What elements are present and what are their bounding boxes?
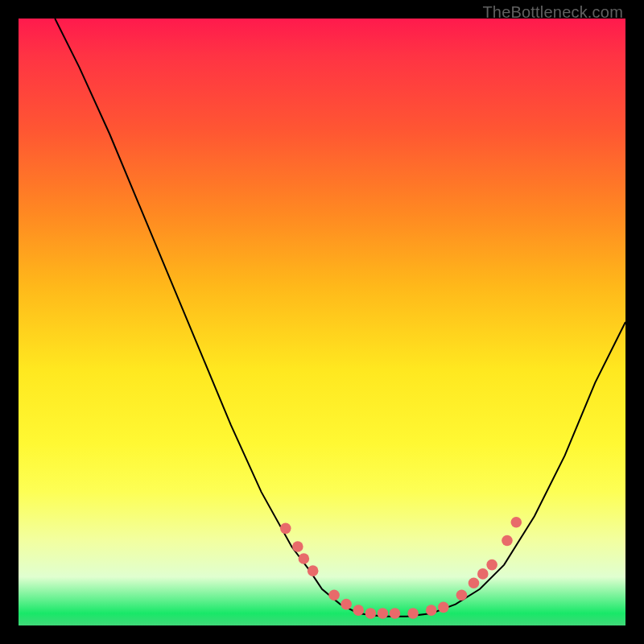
- data-point: [365, 608, 377, 619]
- data-point: [407, 608, 419, 619]
- data-point: [308, 565, 319, 576]
- data-point: [510, 517, 522, 528]
- data-point: [426, 605, 437, 616]
- chart-container: TheBottleneck.com: [0, 0, 644, 644]
- data-point: [477, 568, 489, 580]
- plot-area: [19, 19, 625, 625]
- data-point: [353, 605, 364, 616]
- data-point: [390, 608, 401, 619]
- data-point: [502, 535, 513, 547]
- data-point: [469, 577, 480, 588]
- data-point: [438, 602, 449, 613]
- data-point: [456, 590, 468, 601]
- data-point: [378, 608, 389, 619]
- data-point: [292, 541, 303, 552]
- data-point: [299, 553, 310, 564]
- dots-svg: [19, 19, 625, 625]
- data-point: [328, 590, 340, 601]
- data-point: [486, 559, 497, 571]
- data-point: [280, 523, 291, 535]
- data-point: [341, 599, 352, 610]
